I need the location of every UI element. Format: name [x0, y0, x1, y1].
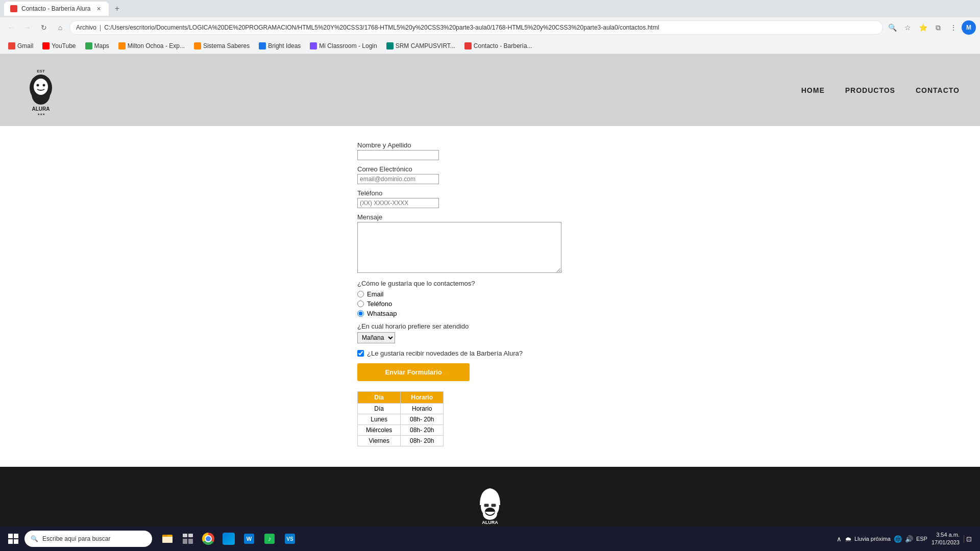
extensions-icon[interactable]: ⧉: [931, 20, 945, 35]
classroom-icon: [310, 42, 317, 49]
newsletter-row: ¿Le gustaría recibir novedades de la Bar…: [357, 349, 623, 357]
bookmark-bright[interactable]: Bright Ideas: [255, 41, 305, 51]
svg-text:VS: VS: [286, 536, 293, 542]
active-tab[interactable]: Contacto - Barbería Alura ✕: [4, 2, 109, 16]
contact-radio-group: Email Teléfono Whatsaap: [357, 290, 623, 317]
svg-rect-19: [8, 539, 13, 544]
table-row: Miércoles08h- 20h: [358, 425, 444, 436]
phone-input[interactable]: [357, 198, 439, 208]
taskbar-app-edge[interactable]: [219, 530, 238, 548]
saberes-icon: [194, 42, 201, 49]
home-button[interactable]: ⌂: [53, 20, 67, 35]
back-button[interactable]: ←: [4, 20, 18, 35]
svg-point-5: [37, 84, 39, 87]
table-header-day: Día: [358, 392, 401, 404]
bookmark-milton[interactable]: Milton Ochoa - Exp...: [114, 41, 189, 51]
site-nav: HOME PRODUCTOS CONTACTO: [801, 86, 960, 94]
volume-icon[interactable]: 🔊: [905, 535, 913, 543]
svg-rect-10: [484, 504, 489, 507]
search-placeholder: Escribe aquí para buscar: [42, 535, 110, 542]
table-header-schedule: Horario: [401, 392, 444, 404]
contact-preference-group: ¿Cómo le gustaría que lo contactemos? Em…: [357, 280, 623, 317]
bookmark-icon[interactable]: ☆: [900, 20, 915, 35]
name-input[interactable]: [357, 150, 439, 160]
contact-form-container: Nombre y Apellido Correo Electrónico Tel…: [357, 141, 623, 446]
nav-home[interactable]: HOME: [801, 86, 825, 94]
taskbar-app-music[interactable]: ♪: [260, 530, 279, 548]
nav-products[interactable]: PRODUCTOS: [845, 86, 895, 94]
taskbar-right: ∧ 🌧 Lluvia próxima 🌐 🔊 ESP 3:54 a.m. 17/…: [837, 531, 976, 547]
svg-text:★★★: ★★★: [37, 113, 45, 116]
bookmark-label: SRM CAMPUSVIRT...: [396, 42, 455, 49]
toolbar: ← → ↻ ⌂ Archivo | C:/Users/escritorio/Do…: [0, 17, 980, 38]
gmail-icon: [8, 42, 15, 49]
network-icon[interactable]: 🌐: [894, 535, 902, 543]
start-button[interactable]: [4, 530, 22, 548]
bookmark-maps[interactable]: Maps: [81, 41, 113, 51]
schedule-group: ¿En cuál horario prefiere ser atendido M…: [357, 322, 623, 343]
taskbar-clock[interactable]: 3:54 a.m. 17/01/2023: [932, 531, 960, 547]
name-label: Nombre y Apellido: [357, 141, 623, 149]
schedule-select[interactable]: Mañana Tarde Noche: [357, 332, 395, 343]
menu-icon[interactable]: ⋮: [946, 20, 961, 35]
vscode-icon: VS: [284, 533, 296, 545]
toolbar-right: 🔍 ☆ ⭐ ⧉ ⋮ M: [885, 20, 976, 35]
radio-whatsapp-input[interactable]: [357, 310, 364, 317]
reload-button[interactable]: ↻: [37, 20, 51, 35]
new-tab-button[interactable]: +: [111, 3, 123, 15]
table-cell-day: Viernes: [358, 436, 401, 446]
edge-icon: [223, 533, 235, 545]
search-toolbar-icon[interactable]: 🔍: [885, 20, 899, 35]
email-input[interactable]: [357, 174, 439, 184]
svg-rect-11: [491, 504, 496, 507]
store-icon: W: [243, 533, 255, 545]
taskbar-app-taskview[interactable]: [179, 530, 197, 548]
expand-tray-icon[interactable]: ∧: [837, 535, 842, 543]
taskbar-app-chrome[interactable]: [199, 530, 217, 548]
radio-phone-item: Teléfono: [357, 300, 623, 308]
taskbar-app-explorer[interactable]: [158, 530, 177, 548]
radio-phone-input[interactable]: [357, 300, 364, 307]
star-icon[interactable]: ⭐: [916, 20, 930, 35]
table-row-header: Día Horario: [358, 404, 444, 414]
radio-email-input[interactable]: [357, 291, 364, 297]
tab-bar: Contacto - Barbería Alura ✕ +: [0, 0, 980, 17]
bookmark-classroom[interactable]: Mi Classroom - Login: [306, 41, 381, 51]
tab-close-button[interactable]: ✕: [94, 5, 103, 13]
bookmark-srm[interactable]: SRM CAMPUSVIRT...: [382, 41, 459, 51]
weather-text: Lluvia próxima: [854, 536, 891, 542]
bookmark-youtube[interactable]: YouTube: [38, 41, 80, 51]
newsletter-checkbox[interactable]: [357, 350, 364, 357]
bookmark-gmail[interactable]: Gmail: [4, 41, 37, 51]
submit-button[interactable]: Enviar Formulario: [357, 363, 470, 381]
bookmark-label: YouTube: [52, 42, 76, 49]
schedule-label: ¿En cuál horario prefiere ser atendido: [357, 322, 623, 330]
svg-rect-17: [8, 534, 13, 538]
table-row: Lunes08h- 20h: [358, 414, 444, 425]
forward-button[interactable]: →: [20, 20, 35, 35]
radio-phone-label: Teléfono: [367, 300, 392, 308]
radio-whatsapp-item: Whatsaap: [357, 310, 623, 317]
logo-area: EST 2023 ALURA ★★★: [20, 65, 61, 116]
taskbar-app-vscode[interactable]: VS: [281, 530, 299, 548]
bright-icon: [259, 42, 266, 49]
weather-icon[interactable]: 🌧: [845, 535, 851, 543]
message-textarea[interactable]: [357, 222, 561, 273]
bookmark-saberes[interactable]: Sistema Saberes: [190, 41, 254, 51]
phone-label: Teléfono: [357, 189, 623, 197]
srm-icon: [386, 42, 394, 49]
address-bar[interactable]: Archivo | C:/Users/escritorio/Documents/…: [69, 20, 883, 35]
taskbar-app-store[interactable]: W: [240, 530, 258, 548]
profile-avatar[interactable]: M: [962, 20, 976, 35]
bookmark-label: Contacto - Barbería...: [474, 42, 532, 49]
taskbar-apps: W ♪ VS: [154, 530, 835, 548]
nav-contact[interactable]: CONTACTO: [916, 86, 960, 94]
radio-whatsapp-label: Whatsaap: [367, 310, 397, 317]
bookmark-contacto[interactable]: Contacto - Barbería...: [460, 41, 536, 51]
taskbar-search[interactable]: 🔍 Escribe aquí para buscar: [24, 531, 152, 547]
show-desktop-icon[interactable]: ⊡: [964, 535, 972, 543]
bookmark-label: Bright Ideas: [268, 42, 301, 49]
bookmark-label: Sistema Saberes: [203, 42, 250, 49]
message-label: Mensaje: [357, 213, 623, 221]
tab-title: Contacto - Barbería Alura: [21, 5, 90, 12]
